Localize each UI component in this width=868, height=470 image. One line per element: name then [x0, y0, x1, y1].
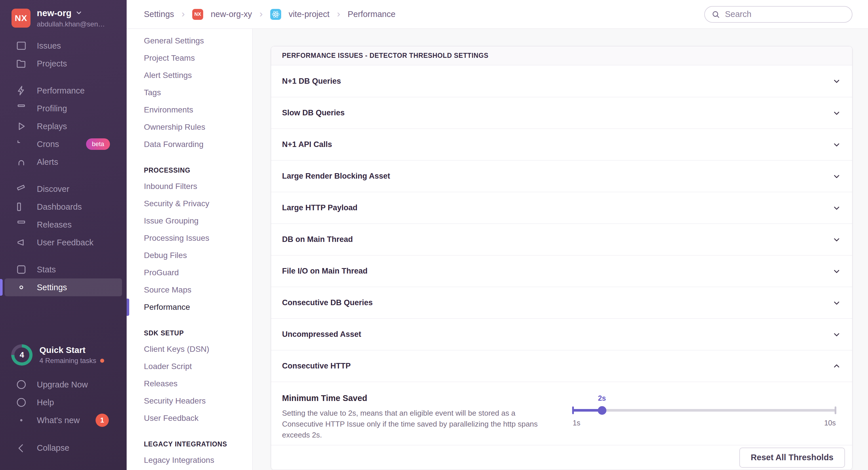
discover-icon — [16, 183, 27, 195]
chevron-down-icon — [832, 139, 842, 150]
detector-row-n-1-db-queries[interactable]: N+1 DB Queries — [271, 65, 852, 97]
sidebar-item-label: Help — [37, 398, 54, 407]
chevron-down-icon — [832, 108, 842, 118]
sidebar-item-label: Upgrade Now — [37, 380, 88, 390]
chevron-down-icon — [832, 266, 842, 276]
panel-footer: Reset All Thresholds — [271, 445, 852, 470]
settings-nav-item-legacy-integrations[interactable]: Legacy Integrations — [127, 451, 252, 469]
search-icon — [711, 10, 720, 19]
settings-nav-item-environments[interactable]: Environments — [127, 101, 252, 119]
beta-badge: beta — [86, 138, 110, 150]
settings-nav-item-source-maps[interactable]: Source Maps — [127, 281, 252, 299]
settings-nav-item-security-headers[interactable]: Security Headers — [127, 392, 252, 410]
detector-row-consecutive-http[interactable]: Consecutive HTTP — [271, 350, 852, 382]
detector-row-label: Large Render Blocking Asset — [282, 172, 390, 181]
settings-nav-item-client-keys-dsn[interactable]: Client Keys (DSN) — [127, 341, 252, 358]
detector-row-large-http-payload[interactable]: Large HTTP Payload — [271, 192, 852, 224]
sidebar-nav: IssuesProjectsPerformanceProfilingReplay… — [0, 37, 127, 305]
performance-icon — [16, 85, 27, 96]
detector-row-uncompressed-asset[interactable]: Uncompressed Asset — [271, 318, 852, 350]
detector-row-file-i-o-on-main-thread[interactable]: File I/O on Main Thread — [271, 255, 852, 287]
slider-handle[interactable] — [598, 406, 607, 415]
main-sidebar: NX new-org abdullah.khan@sen… IssuesProj… — [0, 0, 127, 470]
settings-nav-item-user-feedback[interactable]: User Feedback — [127, 410, 252, 427]
settings-nav-item-processing-issues[interactable]: Processing Issues — [127, 230, 252, 247]
sidebar-item-crons[interactable]: Cronsbeta — [5, 135, 122, 153]
org-switcher[interactable]: NX new-org abdullah.khan@sen… — [0, 8, 127, 28]
slider-track[interactable] — [573, 409, 836, 412]
settings-nav-item-tags[interactable]: Tags — [127, 84, 252, 101]
settings-nav-item-alert-settings[interactable]: Alert Settings — [127, 67, 252, 84]
chevron-down-icon — [832, 329, 842, 340]
sidebar-item-label: Discover — [37, 184, 69, 194]
settings-nav-item-debug-files[interactable]: Debug Files — [127, 247, 252, 264]
sidebar-item-collapse[interactable]: Collapse — [5, 439, 122, 457]
sidebar-item-releases[interactable]: Releases — [5, 216, 122, 234]
chevron-left-icon — [16, 442, 27, 453]
settings-nav-item-proguard[interactable]: ProGuard — [127, 264, 252, 281]
settings-nav-item-inbound-filters[interactable]: Inbound Filters — [127, 178, 252, 195]
dashboards-icon — [16, 201, 27, 212]
crons-icon — [16, 139, 27, 149]
sidebar-item-label: Issues — [37, 41, 61, 51]
sidebar-item-discover[interactable]: Discover — [5, 180, 122, 198]
detector-row-large-render-blocking-asset[interactable]: Large Render Blocking Asset — [271, 160, 852, 192]
sidebar-item-label: User Feedback — [37, 238, 94, 247]
detector-row-label: Consecutive HTTP — [282, 362, 351, 370]
sidebar-item-alerts[interactable]: Alerts — [5, 153, 122, 171]
sidebar-item-settings[interactable]: Settings — [5, 278, 122, 296]
settings-nav-item-issue-grouping[interactable]: Issue Grouping — [127, 212, 252, 230]
breadcrumb-page: Performance — [348, 9, 396, 19]
replays-icon — [16, 121, 27, 132]
quick-start-count: 4 — [11, 344, 33, 366]
sidebar-item-label: Replays — [37, 122, 67, 131]
sidebar-item-label: Dashboards — [37, 202, 82, 212]
sidebar-item-replays[interactable]: Replays — [5, 118, 122, 135]
detector-row-label: Consecutive DB Queries — [282, 298, 373, 307]
sidebar-item-what-s-new[interactable]: What's new1 — [5, 411, 122, 429]
sidebar-item-help[interactable]: Help — [5, 394, 122, 411]
sidebar-item-dashboards[interactable]: Dashboards — [5, 198, 122, 216]
sidebar-item-label: What's new — [37, 416, 80, 425]
search-input[interactable] — [704, 6, 852, 23]
quick-start[interactable]: 4 Quick Start 4 Remaining tasks — [5, 342, 122, 368]
settings-nav-item-data-forwarding[interactable]: Data Forwarding — [127, 136, 252, 153]
detail-title: Minimum Time Saved — [282, 394, 573, 403]
detector-row-consecutive-db-queries[interactable]: Consecutive DB Queries — [271, 287, 852, 318]
slider-max-label: 10s — [824, 419, 836, 427]
quick-start-title: Quick Start — [39, 345, 104, 355]
detector-row-db-on-main-thread[interactable]: DB on Main Thread — [271, 224, 852, 255]
consecutive-http-detail: Minimum Time Saved Setting the value to … — [271, 382, 852, 445]
sidebar-item-performance[interactable]: Performance — [5, 82, 122, 100]
settings-nav-item-loader-script[interactable]: Loader Script — [127, 358, 252, 375]
user-email: abdullah.khan@sen… — [37, 20, 105, 28]
sidebar-item-label: Stats — [37, 265, 56, 274]
settings-nav-item-general-settings[interactable]: General Settings — [127, 32, 252, 49]
settings-nav-item-releases[interactable]: Releases — [127, 375, 252, 392]
upgrade-icon — [16, 379, 27, 390]
stats-icon — [16, 264, 27, 275]
sidebar-item-label: Projects — [37, 59, 67, 68]
settings-nav-item-ownership-rules[interactable]: Ownership Rules — [127, 119, 252, 136]
sidebar-item-profiling[interactable]: Profiling — [5, 100, 122, 118]
settings-nav-item-security-privacy[interactable]: Security & Privacy — [127, 195, 252, 212]
detector-row-slow-db-queries[interactable]: Slow DB Queries — [271, 97, 852, 129]
sidebar-item-issues[interactable]: Issues — [5, 37, 122, 55]
sidebar-item-upgrade-now[interactable]: Upgrade Now — [5, 376, 122, 394]
breadcrumb-project[interactable]: vite-project — [289, 9, 330, 19]
detector-row-n-1-api-calls[interactable]: N+1 API Calls — [271, 129, 852, 160]
breadcrumb-org[interactable]: new-org-xy — [211, 9, 252, 19]
breadcrumb: Settings › NX new-org-xy › vite-project … — [144, 9, 396, 20]
breadcrumb-settings[interactable]: Settings — [144, 9, 174, 19]
reset-all-thresholds-button[interactable]: Reset All Thresholds — [739, 447, 845, 468]
sidebar-item-projects[interactable]: Projects — [5, 55, 122, 72]
sidebar-item-stats[interactable]: Stats — [5, 261, 122, 278]
slider-value-label: 2s — [598, 394, 606, 402]
settings-nav-item-project-teams[interactable]: Project Teams — [127, 49, 252, 67]
detector-row-label: Slow DB Queries — [282, 108, 345, 118]
detector-row-label: DB on Main Thread — [282, 235, 353, 244]
settings-nav-item-performance[interactable]: Performance — [127, 299, 252, 316]
sidebar-item-user-feedback[interactable]: User Feedback — [5, 234, 122, 251]
releases-icon — [16, 219, 27, 230]
sidebar-item-label: Collapse — [37, 443, 69, 453]
